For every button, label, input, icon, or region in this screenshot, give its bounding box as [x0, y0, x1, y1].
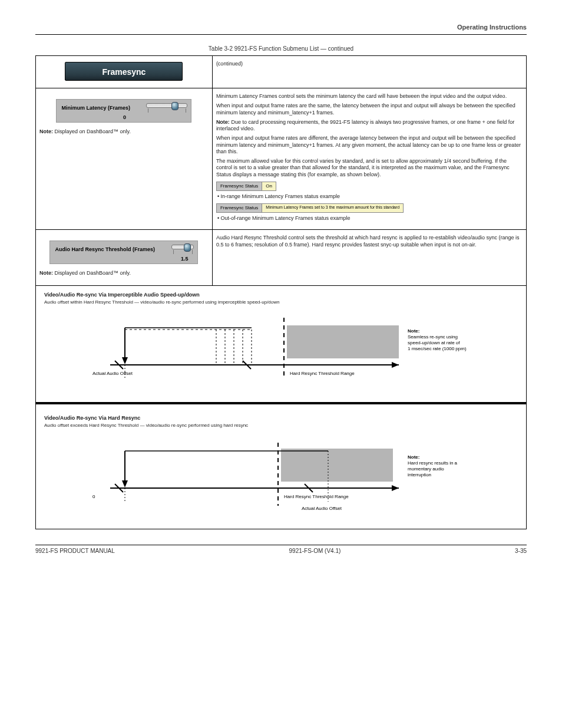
status-strip-on: Framesync Status On	[216, 182, 523, 191]
table-caption: Table 3-2 9921-FS Function Submenu List …	[35, 45, 527, 52]
resync-slider[interactable]: ||	[171, 245, 194, 255]
framesync-tab: Framesync	[65, 62, 183, 81]
diag2-svg: Actual Audio Offset 0 Hard Resync Thresh…	[69, 432, 493, 521]
svg-text:0: 0	[92, 494, 95, 499]
svg-rect-0	[287, 325, 399, 358]
min-latency-value: 0	[61, 114, 187, 121]
min-latency-slider[interactable]: ||	[146, 103, 187, 113]
note-body: Displayed on DashBoard™ only.	[55, 129, 131, 134]
resync-label: Audio Hard Resync Threshold (Frames)	[55, 246, 155, 253]
status-lbl-1: Framesync Status	[216, 182, 262, 191]
diag1-title: Video/Audio Re-sync Via Imperceptible Au…	[44, 292, 518, 298]
svg-text:Hard Resync Threshold Range: Hard Resync Threshold Range	[290, 371, 355, 376]
footer-left: 9921-FS PRODUCT MANUAL	[35, 548, 115, 554]
diag1-sub: Audio offset within Hard Resync Threshol…	[44, 299, 518, 305]
resync-panel: Audio Hard Resync Threshold (Frames) || …	[49, 241, 198, 264]
resync-p1: Audio Hard Resync Threshold control sets…	[216, 235, 523, 248]
svg-text:Seamless re-sync usingspeed-up: Seamless re-sync usingspeed-up/down at r…	[408, 334, 467, 351]
svg-rect-20	[281, 449, 393, 482]
hr-top	[35, 34, 527, 35]
svg-text:Actual Audio Offset: Actual Audio Offset	[302, 506, 342, 511]
status-strip-oor: Framesync Status Minimum Latency Frames …	[216, 203, 523, 213]
resync-note-lbl: Note:	[39, 270, 53, 276]
diagram-separator	[36, 402, 526, 404]
svg-text:Hard resync results in amoment: Hard resync results in amomentary audioi…	[408, 460, 458, 477]
ml-p4: The maximum allowed value for this contr…	[216, 158, 523, 178]
continued-label: (continued)	[216, 61, 523, 67]
page-footer: 9921-FS PRODUCT MANUAL 9921-FS-OM (V4.1)…	[35, 545, 527, 554]
svg-marker-28	[122, 480, 128, 487]
footer-right: 3-35	[515, 548, 527, 554]
status-lbl-2: Framesync Status	[216, 203, 262, 213]
ml-p2: When input and output frame rates are th…	[216, 103, 523, 116]
svg-text:Note:: Note:	[408, 328, 419, 334]
ml-p1: Minimum Latency Frames control sets the …	[216, 93, 523, 100]
status-oor-caption: • Out-of-range Minimum Latency Frames st…	[216, 215, 523, 222]
resync-note-body: Displayed on DashBoard™ only.	[55, 270, 131, 276]
min-latency-label: Minimum Latency (Frames)	[61, 105, 130, 111]
svg-text:Note:: Note:	[408, 454, 419, 460]
svg-text:Hard Resync Threshold Range: Hard Resync Threshold Range	[284, 494, 349, 499]
resync-value: 1.5	[55, 256, 194, 262]
function-table: Framesync (continued) Minimum Latency (F…	[35, 55, 527, 529]
header-right: Operating Instructions	[35, 24, 527, 31]
status-val-1: On	[262, 182, 276, 191]
ml-note-lbl: Note:	[216, 119, 230, 125]
ml-note-body: Due to card processing requirements, the…	[216, 119, 515, 131]
svg-marker-23	[392, 485, 399, 491]
min-latency-panel: Minimum Latency (Frames) || 0	[56, 99, 191, 123]
diag1-svg: Actual Audio Offset Hard Resync Threshol…	[69, 309, 493, 391]
footer-center: 9921-FS-OM (V4.1)	[289, 548, 341, 554]
status-inrange-caption: • In-range Minimum Latency Frames status…	[216, 193, 523, 200]
ml-p3: When input and output frame rates are di…	[216, 135, 523, 155]
svg-marker-3	[392, 362, 399, 368]
diag2-sub: Audio offset exceeds Hard Resync Thresho…	[44, 423, 518, 429]
status-val-2: Minimum Latency Frames set to 3 the maxi…	[262, 203, 404, 213]
svg-marker-14	[122, 357, 128, 364]
note-label: Note:	[39, 129, 53, 134]
diag2-title: Video/Audio Re-sync Via Hard Resync	[44, 415, 518, 421]
svg-text:Actual Audio Offset: Actual Audio Offset	[92, 371, 133, 376]
